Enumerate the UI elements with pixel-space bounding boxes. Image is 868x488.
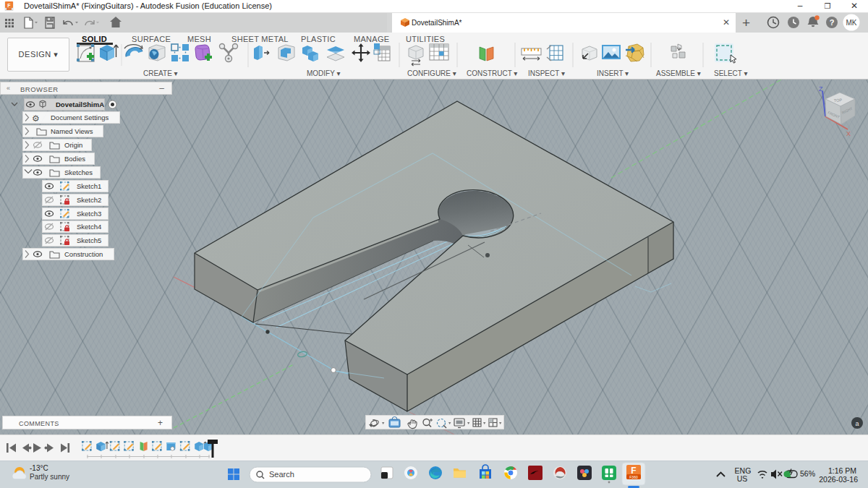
svg-text:Origin: Origin xyxy=(64,141,82,149)
svg-text:Named Views: Named Views xyxy=(51,127,93,135)
svg-text:-13°C: -13°C xyxy=(30,464,48,472)
svg-text:Sketch2: Sketch2 xyxy=(77,196,101,204)
svg-text:DovetailShimA: DovetailShimA xyxy=(56,100,104,108)
svg-text:Sketches: Sketches xyxy=(64,168,93,176)
svg-text:F: F xyxy=(7,3,11,8)
svg-text:Sketch4: Sketch4 xyxy=(77,223,101,231)
svg-text:Sketch1: Sketch1 xyxy=(77,182,101,190)
svg-text:Sketch3: Sketch3 xyxy=(77,210,101,218)
svg-text:2026-03-16: 2026-03-16 xyxy=(819,475,858,484)
svg-text:TOP: TOP xyxy=(834,98,843,103)
svg-text:a: a xyxy=(855,420,859,427)
svg-text:Bodies: Bodies xyxy=(64,155,85,163)
svg-text:56%: 56% xyxy=(800,469,815,478)
svg-text:+: + xyxy=(742,15,750,30)
svg-text:F: F xyxy=(631,466,636,476)
svg-text:Sketch5: Sketch5 xyxy=(77,236,101,244)
svg-text:1:16 PM: 1:16 PM xyxy=(828,466,856,475)
svg-text:Search: Search xyxy=(269,470,294,479)
svg-text:Construction: Construction xyxy=(64,250,103,258)
svg-text:Document Settings: Document Settings xyxy=(51,114,109,121)
svg-text:MK: MK xyxy=(846,19,857,27)
svg-text:Partly sunny: Partly sunny xyxy=(30,473,69,481)
svg-text:⚙: ⚙ xyxy=(32,114,40,124)
svg-text:US: US xyxy=(737,474,748,483)
svg-text:Z: Z xyxy=(819,85,823,93)
svg-text:X: X xyxy=(846,130,851,137)
svg-text:F360: F360 xyxy=(629,475,638,479)
svg-text:?: ? xyxy=(830,18,835,27)
